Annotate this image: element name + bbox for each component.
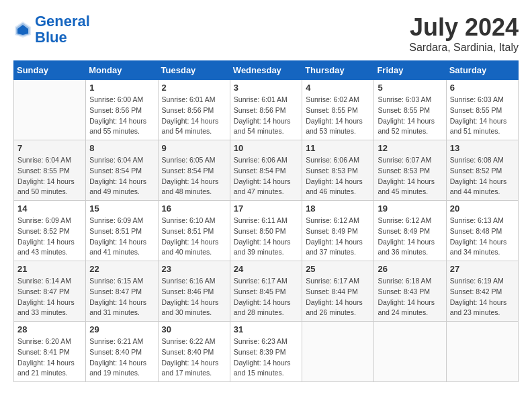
day-number: 9 bbox=[162, 143, 226, 153]
day-info: Sunrise: 6:12 AMSunset: 8:49 PMDaylight:… bbox=[306, 216, 370, 258]
calendar-week-1: 1Sunrise: 6:00 AMSunset: 8:56 PMDaylight… bbox=[14, 80, 519, 140]
day-info: Sunrise: 6:03 AMSunset: 8:55 PMDaylight:… bbox=[450, 95, 515, 137]
day-number: 30 bbox=[162, 324, 226, 334]
day-number: 7 bbox=[17, 143, 82, 153]
day-number: 15 bbox=[89, 203, 154, 214]
calendar-cell: 9Sunrise: 6:05 AMSunset: 8:54 PMDaylight… bbox=[158, 140, 230, 201]
day-number: 3 bbox=[234, 83, 298, 93]
calendar-cell: 2Sunrise: 6:01 AMSunset: 8:56 PMDaylight… bbox=[158, 80, 230, 140]
day-number: 24 bbox=[234, 264, 298, 274]
calendar-cell: 14Sunrise: 6:09 AMSunset: 8:52 PMDayligh… bbox=[14, 201, 86, 261]
col-header-friday: Friday bbox=[374, 61, 446, 80]
day-info: Sunrise: 6:01 AMSunset: 8:56 PMDaylight:… bbox=[234, 95, 298, 137]
calendar-cell: 25Sunrise: 6:17 AMSunset: 8:44 PMDayligh… bbox=[302, 261, 374, 322]
calendar-cell: 10Sunrise: 6:06 AMSunset: 8:54 PMDayligh… bbox=[230, 140, 302, 201]
day-info: Sunrise: 6:16 AMSunset: 8:46 PMDaylight:… bbox=[162, 276, 226, 318]
col-header-thursday: Thursday bbox=[302, 61, 374, 80]
logo-icon bbox=[13, 20, 32, 39]
calendar-cell: 27Sunrise: 6:19 AMSunset: 8:42 PMDayligh… bbox=[446, 261, 518, 322]
day-info: Sunrise: 6:07 AMSunset: 8:53 PMDaylight:… bbox=[378, 155, 442, 197]
calendar-cell: 16Sunrise: 6:10 AMSunset: 8:51 PMDayligh… bbox=[158, 201, 230, 261]
calendar-cell: 30Sunrise: 6:22 AMSunset: 8:40 PMDayligh… bbox=[158, 322, 230, 382]
calendar-cell: 29Sunrise: 6:21 AMSunset: 8:40 PMDayligh… bbox=[86, 322, 158, 382]
day-number: 27 bbox=[450, 264, 515, 274]
day-number: 12 bbox=[378, 143, 442, 153]
calendar-cell: 1Sunrise: 6:00 AMSunset: 8:56 PMDaylight… bbox=[86, 80, 158, 140]
day-info: Sunrise: 6:15 AMSunset: 8:47 PMDaylight:… bbox=[89, 276, 154, 318]
day-info: Sunrise: 6:11 AMSunset: 8:50 PMDaylight:… bbox=[234, 216, 298, 258]
calendar-cell: 11Sunrise: 6:06 AMSunset: 8:53 PMDayligh… bbox=[302, 140, 374, 201]
day-info: Sunrise: 6:12 AMSunset: 8:49 PMDaylight:… bbox=[378, 216, 442, 258]
calendar-cell bbox=[14, 80, 86, 140]
calendar-cell: 18Sunrise: 6:12 AMSunset: 8:49 PMDayligh… bbox=[302, 201, 374, 261]
day-info: Sunrise: 6:00 AMSunset: 8:56 PMDaylight:… bbox=[89, 95, 154, 137]
calendar-cell bbox=[302, 322, 374, 382]
day-number: 26 bbox=[378, 264, 442, 274]
calendar-cell: 15Sunrise: 6:09 AMSunset: 8:51 PMDayligh… bbox=[86, 201, 158, 261]
calendar-cell: 19Sunrise: 6:12 AMSunset: 8:49 PMDayligh… bbox=[374, 201, 446, 261]
day-info: Sunrise: 6:23 AMSunset: 8:39 PMDaylight:… bbox=[234, 336, 298, 379]
day-number: 2 bbox=[162, 83, 226, 93]
calendar-week-4: 21Sunrise: 6:14 AMSunset: 8:47 PMDayligh… bbox=[14, 261, 519, 322]
day-number: 10 bbox=[234, 143, 298, 153]
day-info: Sunrise: 6:05 AMSunset: 8:54 PMDaylight:… bbox=[162, 155, 226, 197]
day-number: 29 bbox=[89, 324, 154, 334]
logo-text: General Blue bbox=[35, 13, 90, 46]
calendar-week-5: 28Sunrise: 6:20 AMSunset: 8:41 PMDayligh… bbox=[14, 322, 519, 382]
calendar-cell: 24Sunrise: 6:17 AMSunset: 8:45 PMDayligh… bbox=[230, 261, 302, 322]
calendar-cell: 3Sunrise: 6:01 AMSunset: 8:56 PMDaylight… bbox=[230, 80, 302, 140]
day-info: Sunrise: 6:04 AMSunset: 8:54 PMDaylight:… bbox=[89, 155, 154, 197]
day-info: Sunrise: 6:08 AMSunset: 8:52 PMDaylight:… bbox=[450, 155, 515, 197]
page-header: General Blue July 2024 Sardara, Sardinia… bbox=[13, 13, 519, 54]
calendar-cell: 4Sunrise: 6:02 AMSunset: 8:55 PMDaylight… bbox=[302, 80, 374, 140]
day-info: Sunrise: 6:09 AMSunset: 8:52 PMDaylight:… bbox=[17, 216, 82, 258]
calendar-cell: 6Sunrise: 6:03 AMSunset: 8:55 PMDaylight… bbox=[446, 80, 518, 140]
day-number: 5 bbox=[378, 83, 442, 93]
logo-line2: Blue bbox=[35, 29, 67, 46]
day-number: 18 bbox=[306, 203, 370, 214]
calendar-cell bbox=[446, 322, 518, 382]
calendar-cell: 31Sunrise: 6:23 AMSunset: 8:39 PMDayligh… bbox=[230, 322, 302, 382]
col-header-tuesday: Tuesday bbox=[158, 61, 230, 80]
day-info: Sunrise: 6:04 AMSunset: 8:55 PMDaylight:… bbox=[17, 155, 82, 197]
calendar-cell: 21Sunrise: 6:14 AMSunset: 8:47 PMDayligh… bbox=[14, 261, 86, 322]
day-info: Sunrise: 6:21 AMSunset: 8:40 PMDaylight:… bbox=[89, 336, 154, 379]
day-number: 6 bbox=[450, 83, 515, 93]
day-info: Sunrise: 6:01 AMSunset: 8:56 PMDaylight:… bbox=[162, 95, 226, 137]
calendar-week-2: 7Sunrise: 6:04 AMSunset: 8:55 PMDaylight… bbox=[14, 140, 519, 201]
day-info: Sunrise: 6:18 AMSunset: 8:43 PMDaylight:… bbox=[378, 276, 442, 318]
day-number: 28 bbox=[17, 324, 82, 334]
day-info: Sunrise: 6:20 AMSunset: 8:41 PMDaylight:… bbox=[17, 336, 82, 379]
day-number: 8 bbox=[89, 143, 154, 153]
col-header-sunday: Sunday bbox=[14, 61, 86, 80]
day-number: 13 bbox=[450, 143, 515, 153]
title-block: July 2024 Sardara, Sardinia, Italy bbox=[409, 13, 519, 54]
day-number: 31 bbox=[234, 324, 298, 334]
day-number: 17 bbox=[234, 203, 298, 214]
logo-line1: General bbox=[35, 13, 90, 30]
day-info: Sunrise: 6:02 AMSunset: 8:55 PMDaylight:… bbox=[306, 95, 370, 137]
day-number: 14 bbox=[17, 203, 82, 214]
calendar-cell: 7Sunrise: 6:04 AMSunset: 8:55 PMDaylight… bbox=[14, 140, 86, 201]
location-title: Sardara, Sardinia, Italy bbox=[409, 42, 519, 54]
day-info: Sunrise: 6:19 AMSunset: 8:42 PMDaylight:… bbox=[450, 276, 515, 318]
day-info: Sunrise: 6:03 AMSunset: 8:55 PMDaylight:… bbox=[378, 95, 442, 137]
day-info: Sunrise: 6:06 AMSunset: 8:53 PMDaylight:… bbox=[306, 155, 370, 197]
calendar-cell: 20Sunrise: 6:13 AMSunset: 8:48 PMDayligh… bbox=[446, 201, 518, 261]
day-number: 20 bbox=[450, 203, 515, 214]
calendar-cell: 13Sunrise: 6:08 AMSunset: 8:52 PMDayligh… bbox=[446, 140, 518, 201]
calendar-cell: 28Sunrise: 6:20 AMSunset: 8:41 PMDayligh… bbox=[14, 322, 86, 382]
col-header-monday: Monday bbox=[86, 61, 158, 80]
day-info: Sunrise: 6:06 AMSunset: 8:54 PMDaylight:… bbox=[234, 155, 298, 197]
calendar-cell: 17Sunrise: 6:11 AMSunset: 8:50 PMDayligh… bbox=[230, 201, 302, 261]
day-info: Sunrise: 6:22 AMSunset: 8:40 PMDaylight:… bbox=[162, 336, 226, 379]
calendar-cell: 5Sunrise: 6:03 AMSunset: 8:55 PMDaylight… bbox=[374, 80, 446, 140]
calendar-cell: 22Sunrise: 6:15 AMSunset: 8:47 PMDayligh… bbox=[86, 261, 158, 322]
day-number: 1 bbox=[89, 83, 154, 93]
day-info: Sunrise: 6:14 AMSunset: 8:47 PMDaylight:… bbox=[17, 276, 82, 318]
calendar-cell: 23Sunrise: 6:16 AMSunset: 8:46 PMDayligh… bbox=[158, 261, 230, 322]
calendar-cell bbox=[374, 322, 446, 382]
day-number: 16 bbox=[162, 203, 226, 214]
col-header-wednesday: Wednesday bbox=[230, 61, 302, 80]
logo: General Blue bbox=[13, 13, 90, 46]
